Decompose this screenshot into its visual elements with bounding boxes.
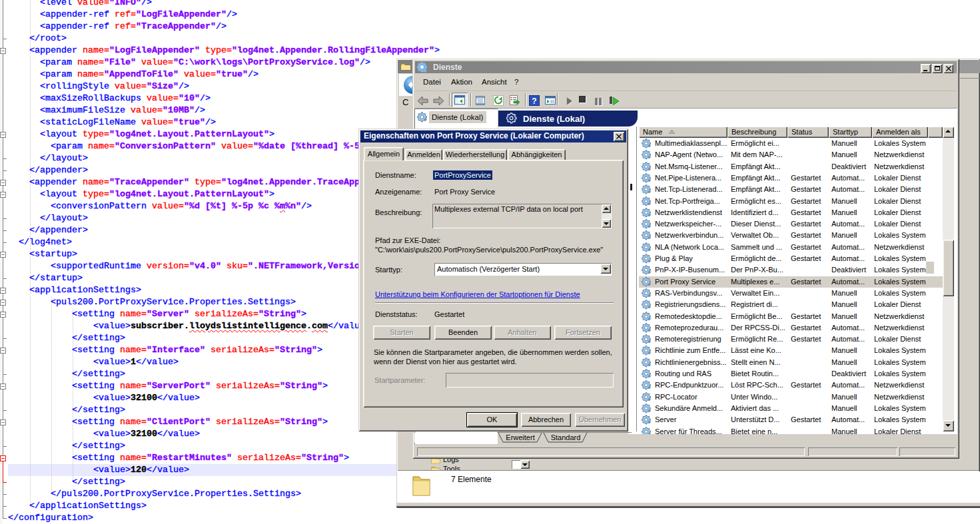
svg-text:?: ?: [532, 97, 536, 106]
svg-text:Standard: Standard: [551, 433, 581, 441]
svg-text:Erweitert: Erweitert: [506, 433, 534, 441]
